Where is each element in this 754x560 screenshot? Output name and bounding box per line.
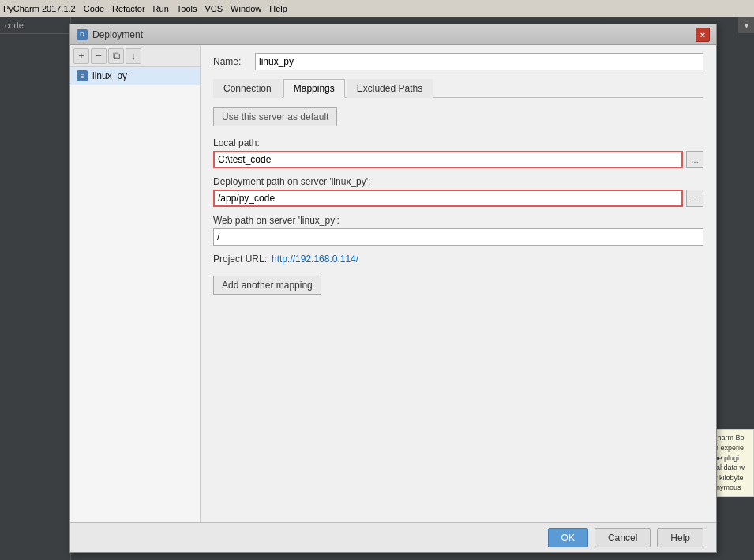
local-path-label: Local path: — [213, 137, 703, 148]
project-url-row: Project URL: http://192.168.0.114/ — [213, 254, 703, 265]
menu-tools[interactable]: Tools — [177, 4, 197, 13]
cancel-button[interactable]: Cancel — [595, 528, 651, 547]
dialog-titlebar: D Deployment × — [70, 24, 716, 45]
menu-bar: PyCharm 2017.1.2 Code Refactor Run Tools… — [0, 0, 754, 17]
config-panel: Name: Connection Mappings Excluded Paths… — [201, 45, 716, 522]
dialog-footer: OK Cancel Help — [70, 522, 716, 552]
app-title: PyCharm 2017.1.2 — [3, 4, 76, 13]
server-item-icon: S — [77, 70, 88, 81]
deployment-path-input[interactable] — [213, 190, 683, 207]
menu-code[interactable]: Code — [84, 4, 104, 13]
local-path-row: … — [213, 151, 703, 168]
deployment-path-group: Deployment path on server 'linux_py': … — [213, 176, 703, 207]
project-url-link[interactable]: http://192.168.0.114/ — [272, 254, 358, 265]
help-button[interactable]: Help — [657, 528, 703, 547]
dialog-close-button[interactable]: × — [696, 28, 710, 42]
scroll-arrow[interactable]: ▾ — [738, 17, 754, 33]
deployment-path-browse-button[interactable]: … — [686, 190, 703, 207]
ok-button[interactable]: OK — [548, 528, 588, 547]
menu-refactor[interactable]: Refactor — [112, 4, 145, 13]
add-server-button[interactable]: + — [73, 48, 89, 64]
project-url-label: Project URL: — [213, 254, 267, 265]
name-row: Name: — [213, 53, 703, 70]
server-toolbar: + − ⧉ ↓ — [70, 45, 200, 67]
use-default-button[interactable]: Use this server as default — [213, 107, 337, 126]
tabs-row: Connection Mappings Excluded Paths — [213, 78, 703, 98]
local-path-input[interactable] — [213, 151, 683, 168]
tab-excluded-paths[interactable]: Excluded Paths — [347, 79, 433, 98]
name-input[interactable] — [255, 53, 703, 70]
server-item-name: linux_py — [92, 70, 127, 81]
name-label: Name: — [213, 56, 249, 67]
server-list-item[interactable]: S linux_py — [70, 67, 200, 85]
deployment-dialog: D Deployment × + − ⧉ ↓ S linux_py Name: — [69, 24, 717, 553]
web-path-input[interactable] — [213, 228, 703, 246]
local-path-browse-button[interactable]: … — [686, 151, 703, 168]
deployment-path-row: … — [213, 190, 703, 207]
download-server-button[interactable]: ↓ — [126, 48, 141, 64]
tab-connection[interactable]: Connection — [213, 79, 282, 98]
server-panel: + − ⧉ ↓ S linux_py — [70, 45, 201, 522]
dialog-title-text: Deployment — [92, 29, 143, 40]
dialog-icon: D — [77, 29, 88, 40]
web-path-label: Web path on server 'linux_py': — [213, 215, 703, 226]
menu-window[interactable]: Window — [231, 4, 261, 13]
sidebar-code-label: code — [0, 17, 70, 34]
deployment-path-label: Deployment path on server 'linux_py': — [213, 176, 703, 187]
menu-vcs[interactable]: VCS — [204, 4, 223, 13]
add-mapping-button[interactable]: Add another mapping — [213, 276, 321, 295]
remove-server-button[interactable]: − — [91, 48, 107, 64]
ide-sidebar: code — [0, 17, 71, 560]
web-path-group: Web path on server 'linux_py': — [213, 215, 703, 246]
web-path-row — [213, 228, 703, 246]
menu-run[interactable]: Run — [153, 4, 169, 13]
dialog-title-left: D Deployment — [77, 29, 143, 40]
dialog-content: + − ⧉ ↓ S linux_py Name: Connection Mapp… — [70, 45, 716, 522]
local-path-group: Local path: … — [213, 137, 703, 168]
tab-mappings[interactable]: Mappings — [283, 79, 345, 98]
menu-help[interactable]: Help — [269, 4, 287, 13]
copy-server-button[interactable]: ⧉ — [108, 48, 124, 64]
